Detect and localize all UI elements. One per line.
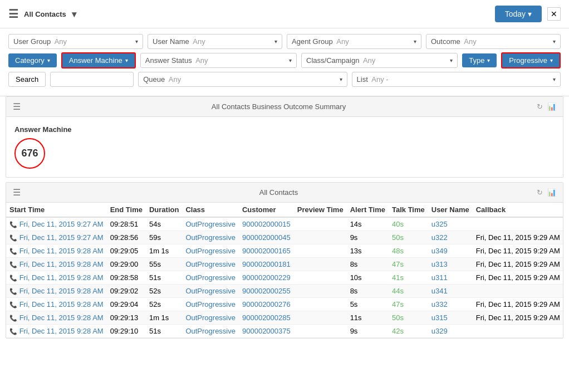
agent-group-label: Agent Group Any <box>292 37 349 46</box>
cell-duration: 51s <box>146 271 182 285</box>
customer-link[interactable]: 900002000375 <box>242 327 291 335</box>
close-button[interactable]: ✕ <box>547 7 561 21</box>
outcome-filter[interactable]: Outcome Any ▾ <box>426 34 561 49</box>
cell-user: u341 <box>428 285 473 298</box>
table-row: 📞 Fri, Dec 11, 2015 9:28 AM09:29:0452sOu… <box>6 298 563 311</box>
class-link[interactable]: OutProgressive <box>185 233 236 242</box>
chart-icon[interactable]: 📊 <box>547 102 556 111</box>
cell-callback: Fri, Dec 11, 2015 9:29 AM <box>473 271 563 285</box>
progressive-button[interactable]: Progressive ▾ <box>501 52 561 68</box>
start-time-link[interactable]: Fri, Dec 11, 2015 9:28 AM <box>19 273 104 282</box>
answer-status-filter[interactable]: Answer Status Any ▾ <box>140 53 297 68</box>
cell-user: u329 <box>428 325 473 338</box>
refresh-icon[interactable]: ↻ <box>537 102 543 111</box>
customer-link[interactable]: 900002000276 <box>242 300 291 308</box>
cell-preview <box>294 271 347 285</box>
outcome-label: Outcome Any <box>431 37 477 46</box>
start-time-link[interactable]: Fri, Dec 11, 2015 9:27 AM <box>19 233 104 242</box>
user-link[interactable]: u341 <box>431 287 448 295</box>
class-link[interactable]: OutProgressive <box>185 313 236 322</box>
header: ☰ All Contacts ▾ Today ▾ ✕ <box>0 0 569 28</box>
user-group-filter[interactable]: User Group Any ▾ <box>8 34 143 49</box>
start-time-link[interactable]: Fri, Dec 11, 2015 9:28 AM <box>19 260 104 268</box>
user-link[interactable]: u349 <box>431 247 448 255</box>
class-link[interactable]: OutProgressive <box>185 220 236 228</box>
user-name-filter[interactable]: User Name Any ▾ <box>148 34 282 49</box>
agent-group-filter[interactable]: Agent Group Any ▾ <box>287 34 421 49</box>
class-link[interactable]: OutProgressive <box>185 327 236 335</box>
cell-start: 📞 Fri, Dec 11, 2015 9:28 AM <box>6 325 107 338</box>
contacts-refresh-icon[interactable]: ↻ <box>537 188 543 197</box>
cell-callback: Fri, Dec 11, 2015 9:29 AM <box>473 311 563 325</box>
start-time-link[interactable]: Fri, Dec 11, 2015 9:28 AM <box>19 300 104 308</box>
title-caret[interactable]: ▾ <box>72 9 76 19</box>
cell-callback: Fri, Dec 11, 2015 9:29 AM <box>473 298 563 311</box>
class-link[interactable]: OutProgressive <box>185 300 236 308</box>
type-button[interactable]: Type ▾ <box>462 53 497 67</box>
cell-alert: 9s <box>347 231 389 244</box>
user-link[interactable]: u325 <box>431 220 448 228</box>
start-time-link[interactable]: Fri, Dec 11, 2015 9:28 AM <box>19 247 104 255</box>
answer-machine-button[interactable]: Answer Machine ▾ <box>61 52 136 68</box>
class-campaign-caret: ▾ <box>450 57 453 63</box>
customer-link[interactable]: 900002000181 <box>242 260 291 268</box>
contacts-chart-icon[interactable]: 📊 <box>547 188 556 197</box>
search-input[interactable] <box>50 72 134 87</box>
phone-icon: 📞 <box>9 221 17 228</box>
cell-duration: 55s <box>146 258 182 271</box>
search-button[interactable]: Search <box>8 72 46 87</box>
cell-talk: 47s <box>389 298 428 311</box>
list-filter[interactable]: List Any - ▾ <box>352 72 561 87</box>
filter-row-1: User Group Any ▾ User Name Any ▾ Agent G… <box>8 34 561 49</box>
start-time-link[interactable]: Fri, Dec 11, 2015 9:28 AM <box>19 327 104 335</box>
customer-link[interactable]: 900002000165 <box>242 247 291 255</box>
talk-time-link[interactable]: 50s <box>392 313 404 322</box>
start-time-link[interactable]: Fri, Dec 11, 2015 9:28 AM <box>19 287 104 295</box>
today-button[interactable]: Today ▾ <box>495 6 542 22</box>
customer-link[interactable]: 900002000255 <box>242 287 291 295</box>
cell-class: OutProgressive <box>182 325 239 338</box>
cell-customer: 900002000015 <box>239 217 294 231</box>
user-link[interactable]: u329 <box>431 327 448 335</box>
customer-link[interactable]: 900002000045 <box>242 233 291 242</box>
cell-class: OutProgressive <box>182 231 239 244</box>
start-time-link[interactable]: Fri, Dec 11, 2015 9:27 AM <box>19 220 104 228</box>
cell-duration: 1m 1s <box>146 244 182 258</box>
cell-talk: 44s <box>389 285 428 298</box>
cell-talk: 41s <box>389 271 428 285</box>
cell-talk: 47s <box>389 258 428 271</box>
queue-filter[interactable]: Queue Any ▾ <box>138 72 347 87</box>
contacts-hamburger-icon[interactable]: ☰ <box>13 187 21 198</box>
talk-time-link[interactable]: 47s <box>392 300 404 308</box>
col-duration: Duration <box>146 203 182 217</box>
talk-time-link[interactable]: 44s <box>392 287 404 295</box>
cell-class: OutProgressive <box>182 217 239 231</box>
category-button[interactable]: Category ▾ <box>8 53 57 67</box>
talk-time-link[interactable]: 48s <box>392 247 404 255</box>
talk-time-link[interactable]: 50s <box>392 233 404 242</box>
summary-hamburger-icon[interactable]: ☰ <box>13 101 21 112</box>
customer-link[interactable]: 900002000229 <box>242 273 291 282</box>
talk-time-link[interactable]: 41s <box>392 273 404 282</box>
type-caret: ▾ <box>487 57 490 63</box>
user-link[interactable]: u313 <box>431 260 448 268</box>
start-time-link[interactable]: Fri, Dec 11, 2015 9:28 AM <box>19 313 104 322</box>
customer-link[interactable]: 900002000015 <box>242 220 291 228</box>
class-link[interactable]: OutProgressive <box>185 273 236 282</box>
talk-time-link[interactable]: 47s <box>392 260 404 268</box>
user-link[interactable]: u311 <box>431 273 448 282</box>
class-link[interactable]: OutProgressive <box>185 260 236 268</box>
user-link[interactable]: u322 <box>431 233 448 242</box>
talk-time-link[interactable]: 42s <box>392 327 404 335</box>
cell-end: 09:29:00 <box>107 258 146 271</box>
table-row: 📞 Fri, Dec 11, 2015 9:28 AM09:29:0055sOu… <box>6 258 563 271</box>
class-link[interactable]: OutProgressive <box>185 247 236 255</box>
cell-class: OutProgressive <box>182 298 239 311</box>
user-link[interactable]: u332 <box>431 300 448 308</box>
customer-link[interactable]: 900002000285 <box>242 313 291 322</box>
class-campaign-filter[interactable]: Class/Campaign Any ▾ <box>301 53 458 68</box>
cell-end: 09:28:51 <box>107 217 146 231</box>
talk-time-link[interactable]: 40s <box>392 220 404 228</box>
class-link[interactable]: OutProgressive <box>185 287 236 295</box>
user-link[interactable]: u315 <box>431 313 448 322</box>
